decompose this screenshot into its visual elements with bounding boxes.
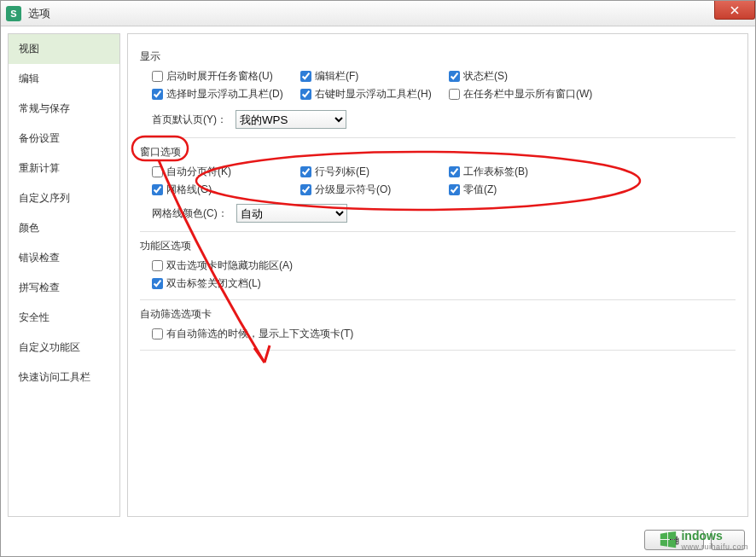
sidebar-item-security[interactable]: 安全性 <box>9 303 119 333</box>
sidebar-item-error-check[interactable]: 错误检查 <box>9 243 119 273</box>
section-filter-title: 自动筛选选项卡 <box>140 307 736 322</box>
sidebar-item-custom-ribbon[interactable]: 自定义功能区 <box>9 333 119 363</box>
dialog-footer: 确 <box>1 524 755 556</box>
checkbox-dblclick-hide-ribbon[interactable]: 双击选项卡时隐藏功能区(A) <box>152 258 293 273</box>
dialog-title: 选项 <box>28 6 50 21</box>
windows-flag-icon <box>659 531 677 549</box>
section-window-title: 窗口选项 <box>140 145 736 160</box>
grid-color-select[interactable]: 自动 <box>236 204 347 223</box>
checkbox-row-col-header[interactable]: 行号列标(E) <box>300 165 445 179</box>
checkbox-zero-values[interactable]: 零值(Z) <box>449 183 602 197</box>
grid-color-label: 网格线颜色(C)： <box>152 206 228 221</box>
checkbox-sheet-tabs[interactable]: 工作表标签(B) <box>449 165 602 179</box>
app-icon: S <box>6 6 21 21</box>
sidebar-item-custom-lists[interactable]: 自定义序列 <box>9 183 119 213</box>
checkbox-float-toolbar-rightclick[interactable]: 右键时显示浮动工具栏(H) <box>300 87 445 102</box>
section-display-title: 显示 <box>140 49 736 64</box>
sidebar-item-color[interactable]: 颜色 <box>9 213 119 243</box>
sidebar-item-recalc[interactable]: 重新计算 <box>9 154 119 183</box>
checkbox-show-all-windows-taskbar[interactable]: 在任务栏中显示所有窗口(W) <box>449 87 602 102</box>
home-default-select[interactable]: 我的WPS <box>236 110 346 129</box>
checkbox-gridlines[interactable]: 网格线(G) <box>152 183 297 197</box>
sidebar-item-qat[interactable]: 快速访问工具栏 <box>9 363 119 392</box>
checkbox-status-bar[interactable]: 状态栏(S) <box>449 69 602 84</box>
watermark: indows www.ruihaifu.com <box>659 529 748 551</box>
checkbox-auto-page-break[interactable]: 自动分页符(K) <box>152 165 297 179</box>
sidebar-item-edit[interactable]: 编辑 <box>9 64 119 94</box>
watermark-brand: indows <box>681 529 748 542</box>
close-icon <box>730 6 739 15</box>
checkbox-autofilter-context-tab[interactable]: 有自动筛选的时候，显示上下文选项卡(T) <box>152 327 353 341</box>
sidebar: 视图 编辑 常规与保存 备份设置 重新计算 自定义序列 颜色 错误检查 拼写检查… <box>8 33 120 517</box>
checkbox-dblclick-close-doc[interactable]: 双击标签关闭文档(L) <box>152 276 261 291</box>
checkbox-startup-task-pane[interactable]: 启动时展开任务窗格(U) <box>152 69 297 84</box>
checkbox-float-toolbar-select[interactable]: 选择时显示浮动工具栏(D) <box>152 87 297 102</box>
close-button[interactable] <box>714 1 755 20</box>
titlebar: S 选项 <box>1 1 755 26</box>
checkbox-outline-symbols[interactable]: 分级显示符号(O) <box>300 183 445 197</box>
watermark-url: www.ruihaifu.com <box>681 542 748 551</box>
options-dialog: S 选项 视图 编辑 常规与保存 备份设置 重新计算 自定义序列 颜色 错误检查… <box>0 0 756 557</box>
sidebar-item-spellcheck[interactable]: 拼写检查 <box>9 273 119 303</box>
home-default-label: 首页默认页(Y)： <box>152 113 227 127</box>
sidebar-item-general-save[interactable]: 常规与保存 <box>9 94 119 124</box>
section-ribbon-title: 功能区选项 <box>140 239 736 253</box>
sidebar-item-view[interactable]: 视图 <box>9 34 119 64</box>
sidebar-item-backup[interactable]: 备份设置 <box>9 124 119 154</box>
content-panel: 显示 启动时展开任务窗格(U) 编辑栏(F) 状态栏(S) 选择时显示浮动工具栏… <box>127 33 748 517</box>
checkbox-formula-bar[interactable]: 编辑栏(F) <box>300 69 445 84</box>
